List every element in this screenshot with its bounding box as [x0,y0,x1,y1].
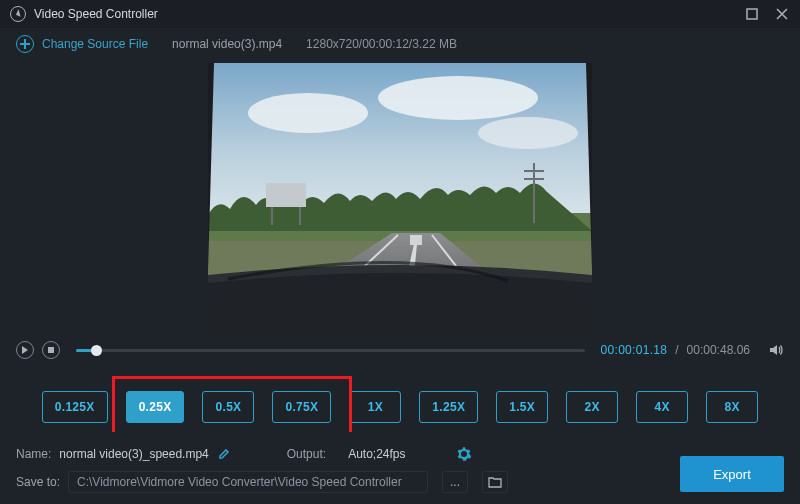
speed-button-0-75x[interactable]: 0.75X [272,391,331,423]
play-button[interactable] [16,341,34,359]
speed-button-0-125x[interactable]: 0.125X [42,391,108,423]
titlebar: Video Speed Controller [0,0,800,28]
video-preview-area [0,60,800,336]
open-folder-button[interactable] [482,471,508,493]
time-separator: / [675,343,678,357]
close-button[interactable] [774,6,790,22]
svg-rect-21 [48,347,54,353]
video-preview[interactable] [208,63,592,333]
edit-name-button[interactable] [217,447,231,461]
svg-marker-20 [22,346,28,354]
source-row: Change Source File normal video(3).mp4 1… [0,28,800,60]
svg-rect-9 [266,183,306,207]
output-format: Auto;24fps [348,447,405,461]
app-logo-icon [10,6,26,22]
svg-point-2 [248,93,368,133]
svg-point-4 [478,117,578,149]
source-metadata: 1280x720/00:00:12/3.22 MB [306,37,457,51]
name-label: Name: [16,447,51,461]
current-time: 00:00:01.18 [601,343,668,357]
player-controls: 00:00:01.18 / 00:00:48.06 [0,336,800,364]
progress-handle[interactable] [91,345,102,356]
speed-button-0-5x[interactable]: 0.5X [202,391,254,423]
more-label: ... [450,475,460,489]
speed-button-1-5x[interactable]: 1.5X [496,391,548,423]
change-source-label: Change Source File [42,37,148,51]
save-path: C:\Vidmore\Vidmore Video Converter\Video… [77,475,402,489]
svg-rect-17 [410,235,422,245]
speed-button-2x[interactable]: 2X [566,391,618,423]
maximize-button[interactable] [744,6,760,22]
speed-button-8x[interactable]: 8X [706,391,758,423]
speed-button-1x[interactable]: 1X [349,391,401,423]
output-name: normal video(3)_speed.mp4 [59,447,208,461]
save-path-box[interactable]: C:\Vidmore\Vidmore Video Converter\Video… [68,471,428,493]
svg-rect-0 [747,9,757,19]
total-time: 00:00:48.06 [687,343,750,357]
window-title: Video Speed Controller [34,7,730,21]
save-to-label: Save to: [16,475,60,489]
stop-button[interactable] [42,341,60,359]
change-source-button[interactable]: Change Source File [16,35,148,53]
export-label: Export [713,467,751,482]
speed-button-4x[interactable]: 4X [636,391,688,423]
more-button[interactable]: ... [442,471,468,493]
bottom-panel: Name: normal video(3)_speed.mp4 Output: … [0,432,800,504]
volume-icon[interactable] [768,342,784,358]
output-label: Output: [287,447,326,461]
plus-circle-icon [16,35,34,53]
output-settings-button[interactable] [456,446,472,462]
progress-bar[interactable] [76,349,585,352]
export-button[interactable]: Export [680,456,784,492]
speed-button-1-25x[interactable]: 1.25X [419,391,478,423]
source-filename: normal video(3).mp4 [172,37,282,51]
speed-button-0-25x[interactable]: 0.25X [126,391,185,423]
svg-point-3 [378,76,538,120]
